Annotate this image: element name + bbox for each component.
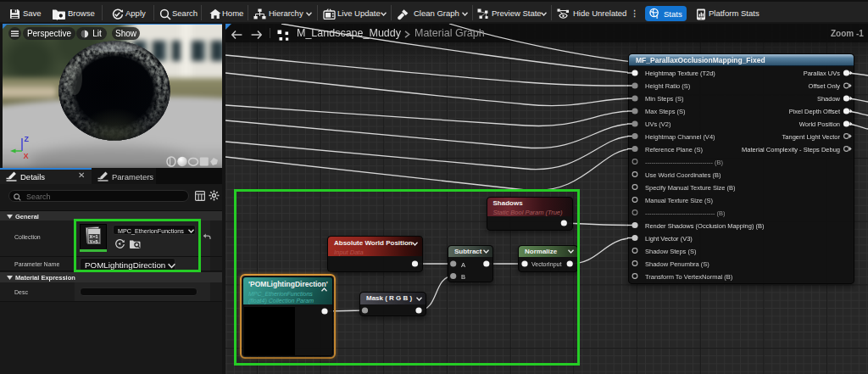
svg-text:Z: Z bbox=[25, 135, 30, 143]
svg-text:i: i bbox=[656, 14, 658, 20]
svg-text:X: X bbox=[24, 152, 29, 160]
